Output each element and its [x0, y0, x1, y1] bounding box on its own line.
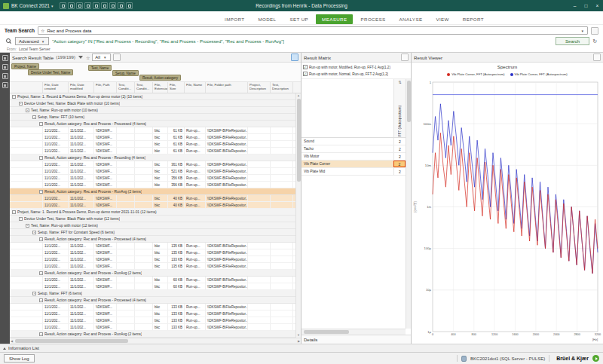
table-row[interactable]: 11/1/202...11/1/202...\\DKSWF...bkc133 K… [10, 304, 295, 310]
expander-icon[interactable]: - [26, 109, 29, 112]
table-row[interactable]: 11/1/202...11/1/202...\\DKSWF...bkc40 KB… [10, 195, 295, 202]
table-row[interactable]: 11/1/202...11/1/202...\\DKSWF...bkc133 K… [10, 310, 295, 317]
selection-item[interactable]: ✓Run-up with motor, Modified, Run-up, FF… [303, 64, 409, 70]
table-row[interactable]: 11/1/202...11/1/202...\\DKSWF...bkc133 K… [10, 324, 295, 331]
advanced-button[interactable]: Advanced ▾ [15, 37, 49, 45]
table-settings-button[interactable] [291, 54, 298, 61]
save-icon[interactable] [60, 2, 66, 9]
matrix-row-label[interactable]: Tacho [302, 145, 393, 152]
column-header[interactable]: File, Name [185, 82, 206, 93]
column-header[interactable]: File, Date created [43, 82, 69, 93]
matrix-row[interactable]: Tacho2 [302, 145, 406, 153]
checkbox-icon[interactable]: ✓ [303, 65, 308, 69]
minimize-button[interactable]: – [569, 0, 580, 11]
matrix-horizontal-scrollbar[interactable] [302, 329, 406, 335]
table-row[interactable]: 11/1/202...11/1/202...\\DKSWF...bkc356 K… [10, 175, 295, 182]
scrollbar-thumb[interactable] [15, 339, 128, 343]
scroll-right-icon[interactable]: ▶ [298, 339, 300, 344]
group-row[interactable]: -Setup, Name: FFT (6 items) [10, 290, 295, 297]
tab-import[interactable]: IMPORT [219, 14, 250, 24]
refresh-icon[interactable]: ↻ [592, 38, 597, 44]
table-row[interactable]: 11/1/202...11/1/202...\\DKSWF...bkc361 K… [10, 161, 295, 168]
expander-icon[interactable]: - [39, 298, 43, 302]
expander-icon[interactable]: - [39, 122, 43, 126]
matrix-row[interactable]: Sound2 [302, 138, 406, 145]
results-icon[interactable] [2, 64, 8, 70]
scroll-left-icon[interactable]: ◀ [11, 339, 13, 344]
filter-select[interactable]: All ▾ [92, 54, 110, 61]
tab-report[interactable]: REPORT [457, 14, 490, 24]
group-chip[interactable]: Setup, Name [112, 70, 139, 76]
details-section[interactable]: Details [302, 335, 411, 344]
app-name[interactable]: BK Connect 2021 [11, 3, 50, 8]
group-chip[interactable]: Project, Name [11, 63, 39, 69]
group-row[interactable]: -Result, Action category: Rec and Proces… [10, 188, 295, 195]
expander-icon[interactable]: - [39, 332, 43, 336]
chevron-down-icon[interactable]: ▾ [51, 4, 54, 8]
group-row[interactable]: -Result, Action category: Rec and Proces… [10, 121, 295, 127]
expander-icon[interactable]: - [39, 237, 43, 241]
checkbox-icon[interactable]: ✓ [303, 72, 308, 76]
expander-icon[interactable]: - [39, 156, 43, 160]
new-layout-icon[interactable] [84, 2, 91, 9]
search-input[interactable]: ☆ Rec and Process data ▾ [38, 26, 588, 35]
matrix-cell[interactable]: 2 [393, 168, 406, 175]
matrix-row-label[interactable]: Sound [302, 138, 393, 145]
column-header[interactable]: Project, Description [248, 82, 271, 93]
matrix-row[interactable]: Vib Motor2 [302, 153, 406, 161]
scrollbar-thumb[interactable] [304, 330, 349, 334]
favorite-star-icon[interactable]: ☆ [41, 28, 44, 33]
filter-icon[interactable] [78, 56, 83, 59]
table-row[interactable]: 11/1/202...11/1/202...\\DKSWF...bkc61 KB… [10, 134, 295, 141]
matrix-row-label[interactable]: Vib Plate Mid [302, 168, 393, 175]
matrix-row[interactable]: Vib Plate Corner2 [302, 161, 406, 168]
help-icon[interactable] [126, 2, 133, 9]
group-row[interactable]: -Device Under Test, Name: Black Plate wi… [10, 216, 295, 222]
table-row[interactable]: 11/1/202...11/1/202...\\DKSWF...bkc356 K… [10, 182, 295, 188]
redo-icon[interactable] [76, 2, 83, 9]
expander-icon[interactable]: - [19, 102, 23, 106]
table-row[interactable]: 11/1/202...11/1/202...\\DKSWF...bkc40 KB… [10, 202, 295, 209]
matrix-row[interactable]: Vib Plate Mid2 [302, 168, 406, 176]
expander-icon[interactable]: - [19, 217, 23, 221]
group-row[interactable]: -Result, Action category: Rec and Proces… [10, 154, 295, 161]
favorites-icon[interactable] [2, 73, 8, 79]
expander-icon[interactable]: - [32, 292, 36, 295]
tab-model[interactable]: MODEL [252, 14, 282, 24]
tab-analyse[interactable]: ANALYSE [393, 14, 429, 24]
table-icon[interactable] [109, 2, 116, 9]
column-header[interactable]: Test, Description [271, 82, 293, 93]
chart-icon[interactable] [118, 2, 124, 9]
group-chip[interactable]: Device Under Test, Name [28, 69, 73, 75]
expander-icon[interactable]: - [32, 231, 36, 234]
column-header[interactable]: Test, Conditi... [117, 82, 135, 93]
table-row[interactable]: 11/1/202...11/1/202...\\DKSWF...bkc60 KB… [10, 283, 295, 290]
undo-icon[interactable] [68, 2, 75, 9]
matrix-options-button[interactable] [401, 54, 409, 61]
expander-icon[interactable]: - [39, 271, 43, 275]
tab-set-up[interactable]: SET UP [283, 14, 314, 24]
matrix-vertical-scrollbar[interactable] [406, 79, 411, 329]
scrollbar-thumb[interactable] [407, 81, 411, 122]
search-options-icon[interactable] [591, 27, 598, 35]
tab-view[interactable]: VIEW [430, 14, 455, 24]
chevron-down-icon[interactable]: ▾ [581, 29, 583, 33]
search-button[interactable]: Search [556, 37, 589, 45]
tab-measure[interactable]: MEASURE [316, 14, 353, 24]
column-header[interactable]: File, Date modified [69, 82, 94, 93]
table-row[interactable]: 11/1/202...11/1/202...\\DKSWF...bkc133 K… [10, 256, 295, 263]
expander-icon[interactable]: - [12, 95, 16, 99]
scrollbar-thumb[interactable] [297, 99, 301, 182]
scroll-up-icon[interactable]: ▲ [297, 93, 300, 98]
group-row[interactable]: -Test, Name: Run-up with motor (10 items… [10, 107, 295, 114]
open-icon[interactable] [93, 2, 99, 9]
table-row[interactable]: 11/1/202...11/1/202...\\DKSWF...bkc61 KB… [10, 127, 295, 134]
selection-item[interactable]: ✓Run-up with motor, Normal, Run-up, FFT-… [303, 71, 409, 77]
column-header[interactable]: File, Extension [153, 82, 168, 93]
information-list-bar[interactable]: Information List [0, 344, 603, 352]
group-row[interactable]: -Project, Name: 1. Record & Process Demo… [10, 93, 295, 100]
close-button[interactable]: × [592, 0, 603, 11]
matrix-cell[interactable]: 2 [393, 145, 406, 152]
matrix-row-label[interactable]: Vib Motor [302, 153, 393, 160]
expander-icon[interactable]: - [39, 190, 43, 194]
